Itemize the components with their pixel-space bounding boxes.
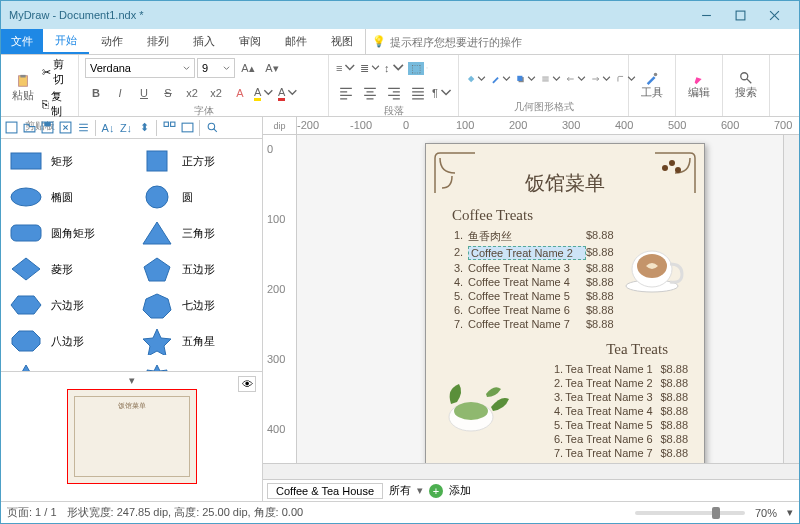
shape-star6[interactable]: 六角星 — [5, 361, 128, 371]
zoom-dropdown-icon[interactable]: ▾ — [787, 506, 793, 519]
minimize-button[interactable] — [689, 1, 723, 29]
menu-item[interactable]: 1.鱼香肉丝$8.88 — [442, 228, 688, 245]
detail-view-icon[interactable] — [179, 120, 195, 136]
menu-tab-6[interactable]: 视图 — [319, 29, 365, 54]
menu-item[interactable]: 6.Tea Treat Name 6$8.88 — [542, 432, 688, 446]
underline-button[interactable]: U — [133, 82, 155, 104]
menu-tab-3[interactable]: 插入 — [181, 29, 227, 54]
tools-button[interactable]: 工具 — [635, 66, 669, 106]
paste-button[interactable]: 粘贴 — [7, 68, 39, 108]
highlight-button[interactable]: A — [253, 82, 275, 104]
arrow-start-button[interactable] — [565, 68, 587, 90]
new-stencil-icon[interactable] — [3, 120, 19, 136]
add-page-button[interactable]: + — [429, 484, 443, 498]
menu-item[interactable]: 7.Tea Treat Name 7$8.88 — [542, 446, 688, 460]
shape-pent[interactable]: 五边形 — [136, 253, 259, 285]
shape-ell[interactable]: 椭圆 — [5, 181, 128, 213]
svg-rect-21 — [147, 151, 167, 171]
shape-diam[interactable]: 菱形 — [5, 253, 128, 285]
shape-icon — [7, 219, 45, 247]
shape-hex[interactable]: 六边形 — [5, 289, 128, 321]
shrink-font-button[interactable]: A▾ — [261, 57, 283, 79]
edit-button[interactable]: 编辑 — [682, 66, 716, 106]
drawing-surface[interactable]: 饭馆菜单 Coffee Treats 1.鱼香肉丝$8.882.Coffee T… — [297, 135, 783, 463]
sort-size-icon[interactable]: ⬍ — [136, 120, 152, 136]
menu-item[interactable]: 6.Coffee Treat Name 6$8.88 — [442, 303, 688, 317]
file-tab[interactable]: 文件 — [1, 29, 43, 54]
shape-circ[interactable]: 圆 — [136, 181, 259, 213]
filter-dropdown[interactable]: 所有 — [389, 483, 411, 498]
list-view-icon[interactable] — [75, 120, 91, 136]
align-left-button[interactable] — [335, 82, 357, 104]
menu-tab-0[interactable]: 开始 — [43, 29, 89, 54]
horizontal-scrollbar[interactable] — [263, 463, 799, 479]
save-stencil-icon[interactable] — [39, 120, 55, 136]
bold-button[interactable]: B — [85, 82, 107, 104]
menu-item[interactable]: 7.Coffee Treat Name 7$8.88 — [442, 317, 688, 331]
menu-item[interactable]: 4.Tea Treat Name 4$8.88 — [542, 404, 688, 418]
subscript-button[interactable]: x2 — [181, 82, 203, 104]
close-button[interactable] — [757, 1, 791, 29]
search-input[interactable] — [390, 36, 793, 48]
zoom-level[interactable]: 70% — [755, 507, 777, 519]
section-tea[interactable]: Tea Treats — [452, 341, 668, 358]
line-style-button[interactable] — [540, 68, 562, 90]
sort-za-icon[interactable]: Z↓ — [118, 120, 134, 136]
numbering-button[interactable]: ≣ — [359, 57, 381, 79]
menu-tab-2[interactable]: 排列 — [135, 29, 181, 54]
page-tab[interactable]: Coffee & Tea House — [267, 483, 383, 499]
search-stencil-icon[interactable] — [204, 120, 220, 136]
shape-oct[interactable]: 八边形 — [5, 325, 128, 357]
menu-tab-4[interactable]: 审阅 — [227, 29, 273, 54]
shading-button[interactable]: ⬚ — [407, 57, 429, 79]
line-spacing-button[interactable]: ↕ — [383, 57, 405, 79]
zoom-slider[interactable] — [635, 511, 745, 515]
shape-tri[interactable]: 三角形 — [136, 217, 259, 249]
visibility-toggle[interactable]: 👁 — [238, 376, 256, 392]
copy-button[interactable]: ⎘复制 — [42, 89, 72, 119]
line-color-button[interactable] — [490, 68, 512, 90]
open-stencil-icon[interactable] — [21, 120, 37, 136]
superscript-button[interactable]: x2 — [205, 82, 227, 104]
pilcrow-button[interactable]: ¶ — [431, 82, 453, 104]
arrow-end-button[interactable] — [590, 68, 612, 90]
cut-button[interactable]: ✂剪切 — [42, 57, 72, 87]
close-stencil-icon[interactable] — [57, 120, 73, 136]
menu-tab-5[interactable]: 邮件 — [273, 29, 319, 54]
fill-button[interactable] — [465, 68, 487, 90]
shape-sq[interactable]: 正方形 — [136, 145, 259, 177]
strike-button[interactable]: S — [157, 82, 179, 104]
maximize-button[interactable] — [723, 1, 757, 29]
bullets-button[interactable]: ≡ — [335, 57, 357, 79]
search-button[interactable]: 搜索 — [729, 66, 763, 106]
justify-button[interactable] — [407, 82, 429, 104]
document-page[interactable]: 饭馆菜单 Coffee Treats 1.鱼香肉丝$8.882.Coffee T… — [425, 143, 705, 463]
font-size-select[interactable]: 9 — [197, 58, 235, 78]
shadow-button[interactable] — [515, 68, 537, 90]
align-center-button[interactable] — [359, 82, 381, 104]
shape-hept[interactable]: 七边形 — [136, 289, 259, 321]
clear-format-button[interactable]: A — [229, 82, 251, 104]
italic-button[interactable]: I — [109, 82, 131, 104]
align-right-button[interactable] — [383, 82, 405, 104]
shape-rect[interactable]: 矩形 — [5, 145, 128, 177]
menu-tab-1[interactable]: 动作 — [89, 29, 135, 54]
shape-star7[interactable]: 七芒星 — [136, 361, 259, 371]
shape-star5[interactable]: 五角星 — [136, 325, 259, 357]
section-coffee[interactable]: Coffee Treats — [452, 207, 688, 224]
vertical-scrollbar[interactable] — [783, 135, 799, 463]
shape-rrect[interactable]: 圆角矩形 — [5, 217, 128, 249]
font-color-button[interactable]: A — [277, 82, 299, 104]
font-name-select[interactable]: Verdana — [85, 58, 195, 78]
menu-item[interactable]: 1.Tea Treat Name 1$8.88 — [542, 362, 688, 376]
tell-me-search[interactable]: 💡 — [365, 29, 799, 54]
thumbnail-view-icon[interactable] — [161, 120, 177, 136]
grow-font-button[interactable]: A▴ — [237, 57, 259, 79]
shape-label: 菱形 — [51, 262, 73, 277]
sort-az-icon[interactable]: A↓ — [100, 120, 116, 136]
menu-item[interactable]: 2.Tea Treat Name 2$8.88 — [542, 376, 688, 390]
menu-item[interactable]: 5.Tea Treat Name 5$8.88 — [542, 418, 688, 432]
menu-item[interactable]: 3.Tea Treat Name 3$8.88 — [542, 390, 688, 404]
page-thumbnail[interactable]: 饭馆菜单 — [67, 389, 197, 484]
grip-icon[interactable]: ▾ — [129, 374, 135, 387]
